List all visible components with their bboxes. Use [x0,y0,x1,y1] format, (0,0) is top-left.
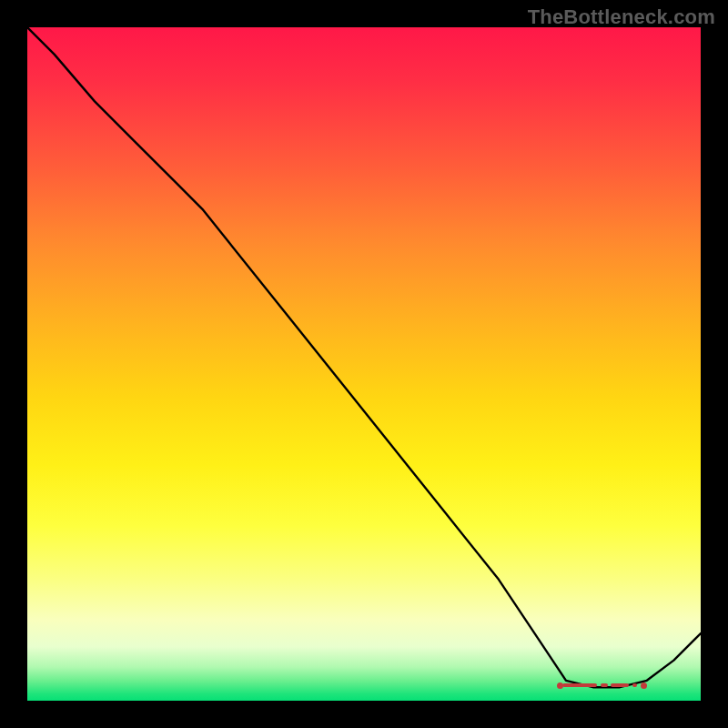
bottleneck-curve [27,27,701,687]
plot-area [27,27,701,701]
curve-overlay [27,27,701,701]
optimal-range-marker [561,682,652,688]
chart-container: TheBottleneck.com [0,0,728,728]
watermark-text: TheBottleneck.com [528,5,715,29]
marker-bar [632,683,637,687]
marker-bar [601,683,608,687]
marker-bar [611,683,629,687]
marker-dot [641,682,647,689]
marker-bar [562,683,597,687]
